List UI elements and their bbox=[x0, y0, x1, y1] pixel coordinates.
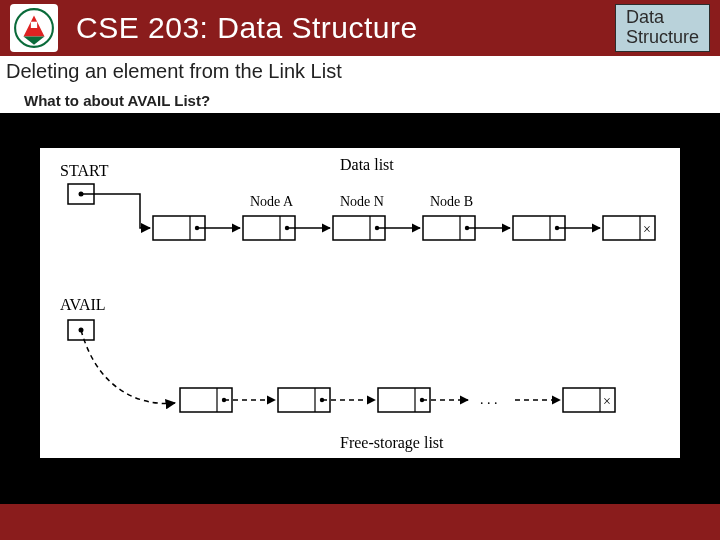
course-title: CSE 203: Data Structure bbox=[76, 11, 418, 45]
badge-line-1: Data bbox=[626, 7, 699, 27]
badge-line-2: Structure bbox=[626, 27, 699, 47]
svg-text:×: × bbox=[643, 222, 651, 237]
data-list-terminator: × bbox=[603, 216, 655, 240]
subject-badge: Data Structure bbox=[615, 4, 710, 52]
data-list-label: Data list bbox=[340, 156, 394, 173]
slide-question: What to about AVAIL List? bbox=[0, 88, 720, 113]
free-list-terminator: × bbox=[563, 388, 615, 412]
free-storage-list-label: Free-storage list bbox=[340, 434, 444, 452]
university-logo-icon bbox=[10, 4, 58, 52]
node-a-label: Node A bbox=[250, 194, 294, 209]
slide: CSE 203: Data Structure Data Structure D… bbox=[0, 0, 720, 540]
footer-band bbox=[0, 504, 720, 540]
linked-list-diagram: START Data list Node A Nod bbox=[40, 148, 680, 458]
node-b-label: Node B bbox=[430, 194, 473, 209]
node-n-label: Node N bbox=[340, 194, 384, 209]
svg-text:×: × bbox=[603, 394, 611, 409]
free-list-ellipsis: . . . bbox=[480, 392, 498, 407]
start-label: START bbox=[60, 162, 109, 179]
svg-rect-1 bbox=[31, 22, 37, 28]
avail-label: AVAIL bbox=[60, 296, 106, 313]
slide-subtitle: Deleting an element from the Link List bbox=[0, 56, 720, 89]
header-bar: CSE 203: Data Structure Data Structure bbox=[0, 0, 720, 56]
